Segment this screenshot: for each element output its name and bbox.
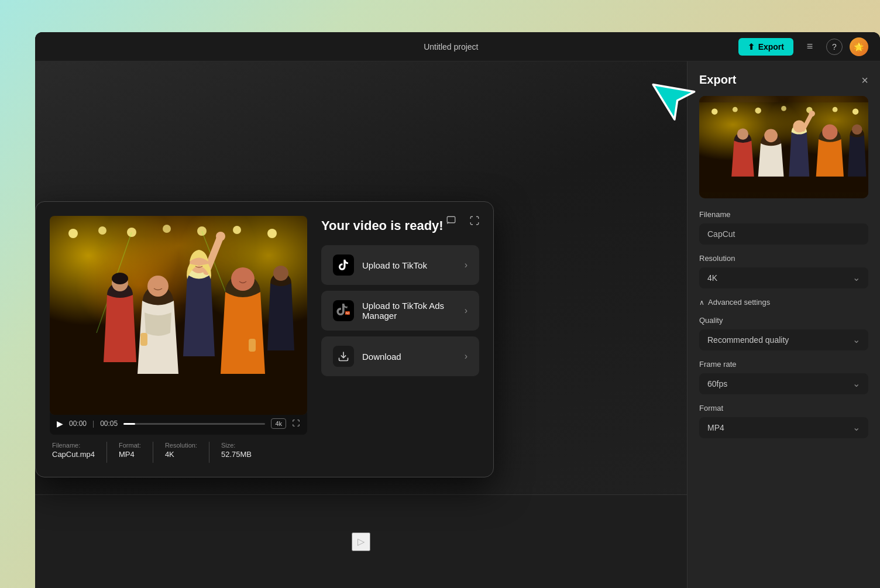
- modal-fullscreen-icon-button[interactable]: [465, 211, 484, 230]
- chevron-up-icon: ∧: [699, 298, 704, 307]
- download-icon: [338, 350, 349, 362]
- video-frame: [50, 216, 307, 415]
- avatar-button[interactable]: 🌟: [850, 37, 868, 56]
- svg-point-38: [711, 108, 718, 115]
- format-label-panel: Format: [699, 404, 868, 412]
- modal-comment-icon-button[interactable]: [442, 211, 460, 230]
- modal-top-icons: [442, 211, 484, 230]
- meta-resolution: Resolution: 4K: [165, 442, 197, 463]
- svg-point-18: [147, 276, 169, 297]
- export-panel-title: Export: [699, 73, 736, 87]
- export-preview-image: [699, 96, 868, 198]
- filename-value: CapCut.mp4: [52, 450, 95, 459]
- export-button-label: Export: [758, 42, 784, 51]
- avatar-icon: 🌟: [854, 42, 864, 51]
- size-label: Size:: [221, 442, 252, 449]
- progress-bar[interactable]: [123, 423, 265, 425]
- quality-select[interactable]: Recommended quality High quality Standar…: [699, 329, 868, 350]
- export-upload-icon: ⬆: [748, 42, 755, 51]
- menu-icon-button[interactable]: ≡: [800, 37, 819, 56]
- export-button[interactable]: ⬆ Export: [738, 38, 793, 56]
- frame-rate-label-panel: Frame rate: [699, 360, 868, 369]
- video-modal: ▶ 00:00 | 00:05 4k: [35, 201, 494, 477]
- svg-text:AD: AD: [346, 311, 350, 315]
- svg-point-6: [68, 229, 78, 238]
- svg-point-41: [781, 106, 786, 111]
- app-window: Untitled project ⬆ Export ≡ ? 🌟: [35, 32, 880, 588]
- svg-point-7: [98, 226, 106, 235]
- svg-point-12: [267, 229, 277, 238]
- filename-label: Filename:: [52, 442, 95, 449]
- menu-icon: ≡: [807, 40, 813, 53]
- video-meta: Filename: CapCut.mp4 Format: MP4: [50, 442, 307, 463]
- project-title: Untitled project: [424, 42, 478, 51]
- time-separator: |: [92, 419, 94, 428]
- svg-point-46: [737, 129, 748, 140]
- modal-body: ▶ 00:00 | 00:05 4k: [50, 216, 479, 463]
- quality-select-wrapper: Recommended quality High quality Standar…: [699, 329, 868, 350]
- filename-label-panel: Filename: [699, 210, 868, 219]
- content-area: ▷: [35, 61, 880, 588]
- download-label: Download: [362, 352, 401, 362]
- svg-point-56: [852, 125, 862, 135]
- meta-filename: Filename: CapCut.mp4: [52, 442, 95, 463]
- meta-divider-1: [106, 442, 107, 463]
- format-select[interactable]: MP4 MOV AVI GIF: [699, 417, 868, 438]
- top-bar-actions: ⬆ Export ≡ ? 🌟: [738, 37, 868, 56]
- advanced-settings-label: Advanced settings: [708, 298, 770, 307]
- svg-point-43: [833, 107, 838, 112]
- tiktok-icon: [333, 255, 354, 276]
- svg-point-40: [755, 108, 761, 114]
- meta-size: Size: 52.75MB: [221, 442, 252, 463]
- export-panel-header: Export ×: [699, 73, 868, 87]
- format-label: Format:: [119, 442, 141, 449]
- frame-rate-select[interactable]: 60fps 30fps 24fps: [699, 373, 868, 394]
- modal-overlay: ▶ 00:00 | 00:05 4k: [35, 91, 494, 588]
- progress-fill: [123, 423, 135, 425]
- download-button[interactable]: Download ›: [321, 336, 479, 376]
- download-icon-wrap: [333, 346, 354, 367]
- upload-tiktok-label: Upload to TikTok: [362, 260, 427, 270]
- upload-tiktok-ads-label: Upload to TikTok Ads Manager: [362, 301, 456, 321]
- frame-rate-select-wrapper: 60fps 30fps 24fps: [699, 373, 868, 394]
- tiktok-arrow-icon: ›: [465, 260, 468, 270]
- download-arrow-icon: ›: [465, 351, 468, 362]
- help-icon: ?: [832, 42, 837, 51]
- upload-tiktok-button[interactable]: Upload to TikTok ›: [321, 245, 479, 285]
- format-select-wrapper: MP4 MOV AVI GIF: [699, 417, 868, 438]
- tiktok-ads-icon: AD: [333, 300, 354, 321]
- quality-group: Quality Recommended quality High quality…: [699, 316, 868, 350]
- frame-rate-group: Frame rate 60fps 30fps 24fps: [699, 360, 868, 394]
- meta-divider-2: [153, 442, 153, 463]
- svg-point-9: [163, 225, 171, 233]
- tiktok-ads-arrow-icon: ›: [465, 305, 468, 316]
- meta-format: Format: MP4: [119, 442, 141, 463]
- svg-point-11: [233, 226, 241, 234]
- resolution-select-wrapper: 4K 1080p 720p 480p: [699, 267, 868, 288]
- svg-rect-28: [249, 339, 256, 352]
- player-fullscreen-icon: [292, 419, 300, 427]
- help-icon-button[interactable]: ?: [826, 39, 843, 55]
- quality-badge: 4k: [271, 418, 286, 429]
- fullscreen-icon: [469, 215, 480, 226]
- svg-rect-27: [140, 333, 147, 346]
- resolution-select[interactable]: 4K 1080p 720p 480p: [699, 267, 868, 288]
- export-panel: Export ×: [687, 61, 880, 588]
- filename-input[interactable]: [699, 223, 868, 245]
- export-panel-close-button[interactable]: ×: [861, 74, 868, 86]
- concert-scene-image: [50, 216, 307, 415]
- comment-icon: [446, 215, 456, 226]
- player-fullscreen-button[interactable]: [292, 419, 300, 429]
- svg-point-22: [216, 232, 225, 241]
- advanced-settings-toggle[interactable]: ∧ Advanced settings: [699, 298, 770, 307]
- svg-point-24: [231, 267, 255, 291]
- video-player: ▶ 00:00 | 00:05 4k: [50, 216, 307, 463]
- upload-tiktok-ads-button[interactable]: AD Upload to TikTok Ads Manager ›: [321, 291, 479, 331]
- svg-point-52: [809, 111, 815, 117]
- resolution-label-panel: Resolution: [699, 254, 868, 263]
- close-icon: ×: [861, 74, 868, 87]
- svg-point-48: [764, 129, 778, 142]
- format-value: MP4: [119, 450, 141, 459]
- play-button[interactable]: ▶: [57, 419, 63, 428]
- format-group: Format MP4 MOV AVI GIF: [699, 404, 868, 438]
